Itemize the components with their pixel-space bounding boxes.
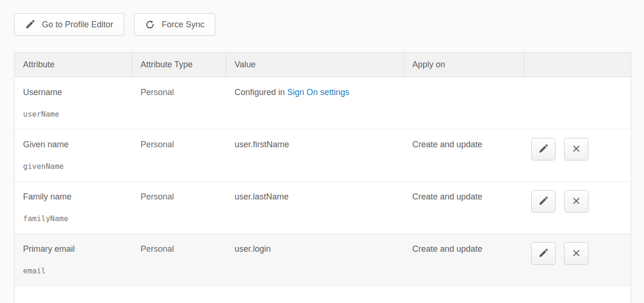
- table-header-row: Attribute Attribute Type Value Apply on: [15, 53, 631, 77]
- attribute-cell: Username userName: [15, 77, 132, 129]
- force-sync-label: Force Sync: [162, 20, 204, 30]
- table-row: Given name givenName Personal user.first…: [15, 129, 631, 182]
- apply-on-cell: [404, 77, 525, 129]
- column-header-apply-on: Apply on: [404, 53, 525, 77]
- delete-attribute-button[interactable]: [564, 242, 589, 265]
- attribute-label: Username: [23, 87, 124, 98]
- edit-attribute-button[interactable]: [531, 242, 556, 265]
- delete-attribute-button[interactable]: [564, 190, 589, 213]
- attribute-label: Primary email: [23, 243, 124, 255]
- value-prefix-text: Configured in: [235, 88, 287, 97]
- sign-on-settings-link[interactable]: Sign On settings: [287, 88, 349, 97]
- toolbar: Go to Profile Editor Force Sync: [14, 13, 644, 36]
- table-row: Primary email email Personal user.login …: [15, 234, 631, 286]
- row-actions: [525, 234, 631, 286]
- value-cell: Configured in Sign On settings: [226, 77, 404, 129]
- pencil-icon: [25, 19, 35, 30]
- attribute-type-cell: Personal: [132, 182, 226, 233]
- delete-attribute-button[interactable]: [564, 138, 589, 160]
- value-cell: user.login: [226, 234, 404, 286]
- attribute-cell: Family name familyName: [15, 182, 132, 233]
- table-row-partial: [15, 286, 631, 303]
- attribute-type-cell: Personal: [132, 234, 226, 286]
- apply-on-cell: Create and update: [404, 234, 525, 286]
- value-cell: user.firstName: [226, 129, 404, 181]
- value-text: user.login: [235, 244, 271, 254]
- edit-attribute-button[interactable]: [531, 138, 556, 160]
- apply-on-cell: Create and update: [404, 182, 525, 233]
- pencil-icon: [538, 144, 549, 155]
- attribute-type-cell: Personal: [132, 129, 226, 181]
- attribute-type-cell: Personal: [132, 77, 226, 129]
- row-actions: [525, 129, 631, 181]
- go-to-profile-editor-label: Go to Profile Editor: [42, 20, 113, 30]
- attribute-label: Given name: [23, 139, 124, 150]
- value-cell: user.lastName: [226, 182, 404, 233]
- column-header-attribute-type: Attribute Type: [132, 53, 226, 77]
- apply-on-cell: Create and update: [404, 129, 525, 181]
- value-text: user.lastName: [235, 192, 289, 201]
- column-header-attribute: Attribute: [15, 53, 132, 77]
- close-icon: [571, 144, 581, 155]
- attribute-mapping-table: Attribute Attribute Type Value Apply on …: [14, 52, 631, 303]
- go-to-profile-editor-button[interactable]: Go to Profile Editor: [14, 13, 124, 36]
- pencil-icon: [538, 248, 549, 260]
- attribute-cell: Given name givenName: [15, 129, 132, 181]
- attribute-variable-name: email: [23, 265, 124, 277]
- close-icon: [571, 248, 581, 260]
- sync-icon: [145, 19, 155, 30]
- attribute-variable-name: userName: [23, 109, 124, 120]
- column-header-value: Value: [226, 53, 404, 77]
- close-icon: [571, 196, 581, 207]
- row-actions: [525, 182, 631, 233]
- value-text: user.firstName: [235, 140, 289, 149]
- table-row: Family name familyName Personal user.las…: [15, 182, 631, 234]
- attribute-label: Family name: [23, 191, 124, 202]
- table-row: Username userName Personal Configured in…: [15, 77, 631, 129]
- pencil-icon: [538, 196, 549, 207]
- attribute-variable-name: familyName: [23, 213, 124, 224]
- attribute-cell: Primary email email: [15, 234, 132, 286]
- edit-attribute-button[interactable]: [531, 190, 556, 213]
- attribute-variable-name: givenName: [23, 161, 124, 172]
- column-header-actions: [525, 53, 631, 77]
- table-body: Username userName Personal Configured in…: [15, 77, 631, 286]
- force-sync-button[interactable]: Force Sync: [134, 13, 215, 36]
